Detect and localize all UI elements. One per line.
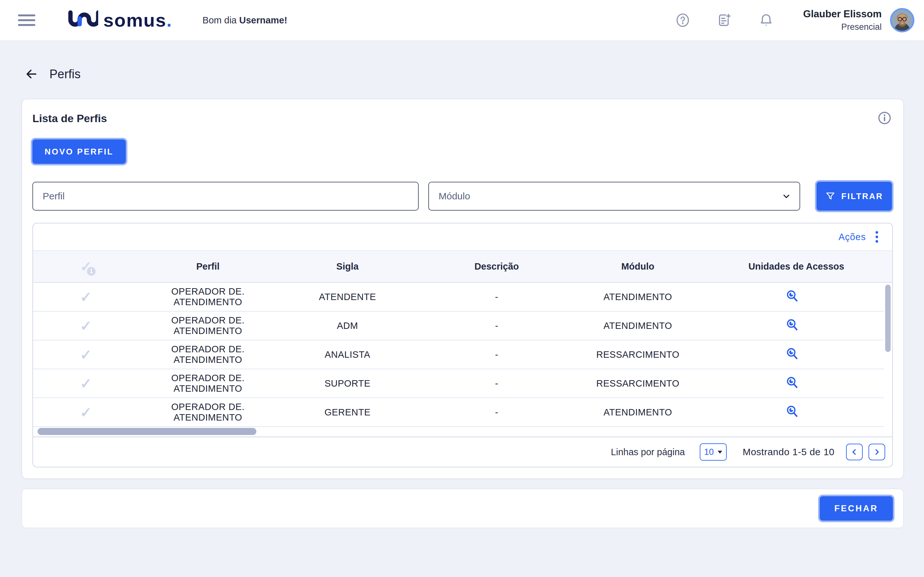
user-name: Glauber Elissom [803,8,882,20]
logo[interactable]: somus. [67,10,172,31]
perfil-input[interactable] [32,182,419,211]
select-all-header[interactable]: ✓ 1 [33,259,139,274]
showing-range-label: Mostrando 1-5 de 10 [743,446,835,458]
avatar[interactable] [890,8,914,32]
menu-icon[interactable] [18,15,35,26]
check-icon: ✓ [33,347,139,363]
cell-modulo: ATENDIMENTO [575,292,700,302]
cell-modulo: ATENDIMENTO [575,321,700,331]
rows-per-page-label: Linhas por página [611,447,685,458]
table-actions-row: Ações [33,223,892,250]
footer-bar: FECHAR [21,488,904,528]
previous-page-button[interactable] [846,444,863,460]
zoom-details-icon[interactable] [785,289,799,303]
check-icon: ✓ [33,289,139,305]
acoes-button[interactable]: Ações [838,232,866,242]
fechar-button[interactable]: FECHAR [820,496,893,521]
dropdown-arrow-icon [718,451,722,454]
pagination-row: Linhas por página 10 Mostrando 1-5 de 10 [33,437,892,467]
logo-text: somus. [103,11,172,29]
horizontal-scrollbar[interactable] [37,428,256,435]
cell-sigla: SUPORTE [277,378,418,389]
back-arrow-icon[interactable] [25,68,38,81]
zoom-details-icon[interactable] [785,347,799,360]
cell-descricao: - [418,321,575,331]
chevron-left-icon [850,448,859,456]
note-add-icon[interactable] [717,13,732,27]
cell-sigla: ADM [277,321,418,331]
check-icon: ✓ [33,376,139,392]
cell-perfil: OPERADOR DE. ATENDIMENTO [139,315,277,336]
cell-descricao: - [418,350,575,360]
lista-de-perfis-card: Lista de Perfis NOVO PERFIL Módulo FIL [21,99,904,479]
check-icon: ✓ [33,404,139,421]
table-header-row: ✓ 1 Perfil Sigla Descrição Módulo Unidad… [33,250,892,283]
modulo-select[interactable]: Módulo [428,182,800,211]
rows-per-page-value: 10 [704,447,714,457]
card-title: Lista de Perfis [32,112,893,125]
page-title: Perfis [49,67,81,81]
info-icon[interactable] [877,111,892,125]
cell-perfil: OPERADOR DE. ATENDIMENTO [139,373,277,394]
cell-sigla: ATENDENTE [277,292,418,302]
zoom-details-icon[interactable] [785,405,799,418]
column-header-unidades: Unidades de Acessos [700,261,892,272]
perfis-table: Ações ✓ 1 Perfil Sigla Descrição Módulo … [32,223,893,467]
cell-perfil: OPERADOR DE. ATENDIMENTO [139,402,277,423]
column-header-modulo: Módulo [575,261,700,272]
user-info[interactable]: Glauber Elissom Presencial [803,8,882,32]
column-header-sigla: Sigla [277,261,418,272]
horizontal-scrollbar-track [33,427,892,437]
check-badge-icon: ✓ 1 [78,259,94,274]
table-row[interactable]: ✓ OPERADOR DE. ATENDIMENTO ADM - ATENDIM… [33,311,884,340]
cell-perfil: OPERADOR DE. ATENDIMENTO [139,286,277,308]
chevron-down-icon [782,191,791,201]
user-status: Presencial [803,22,882,32]
help-icon[interactable] [675,13,690,27]
next-page-button[interactable] [869,444,885,460]
novo-perfil-button[interactable]: NOVO PERFIL [32,139,126,164]
table-row[interactable]: ✓ OPERADOR DE. ATENDIMENTO SUPORTE - RES… [33,369,884,398]
cell-perfil: OPERADOR DE. ATENDIMENTO [139,344,277,365]
check-icon: ✓ [33,318,139,334]
cell-descricao: - [418,407,575,418]
column-header-perfil: Perfil [139,261,277,272]
vertical-scrollbar[interactable] [885,285,891,352]
filtrar-button[interactable]: FILTRAR [817,182,892,211]
filters-row: Módulo FILTRAR [32,182,893,211]
zoom-details-icon[interactable] [785,318,799,332]
modulo-select-value: Módulo [439,191,470,201]
cell-sigla: ANALISTA [277,350,418,360]
kebab-icon[interactable] [874,229,880,245]
bell-icon[interactable] [759,13,774,27]
cell-modulo: RESSARCIMENTO [575,350,700,360]
rows-per-page-select[interactable]: 10 [700,443,727,461]
table-row[interactable]: ✓ OPERADOR DE. ATENDIMENTO ATENDENTE - A… [33,283,884,311]
chevron-right-icon [873,448,881,456]
cell-modulo: RESSARCIMENTO [575,378,700,389]
logo-mark-icon [67,10,98,31]
filter-icon [825,191,841,201]
cell-sigla: GERENTE [277,407,418,418]
cell-modulo: ATENDIMENTO [575,407,700,418]
top-bar: somus. Bom dia Username! [0,0,924,41]
greeting: Bom dia Username! [202,15,287,26]
table-body: ✓ OPERADOR DE. ATENDIMENTO ATENDENTE - A… [33,283,892,427]
zoom-details-icon[interactable] [785,376,799,389]
table-row[interactable]: ✓ OPERADOR DE. ATENDIMENTO GERENTE - ATE… [33,398,884,427]
page-header: Perfis [25,67,924,81]
table-row[interactable]: ✓ OPERADOR DE. ATENDIMENTO ANALISTA - RE… [33,340,884,369]
column-header-descricao: Descrição [418,261,575,272]
cell-descricao: - [418,378,575,389]
cell-descricao: - [418,292,575,302]
